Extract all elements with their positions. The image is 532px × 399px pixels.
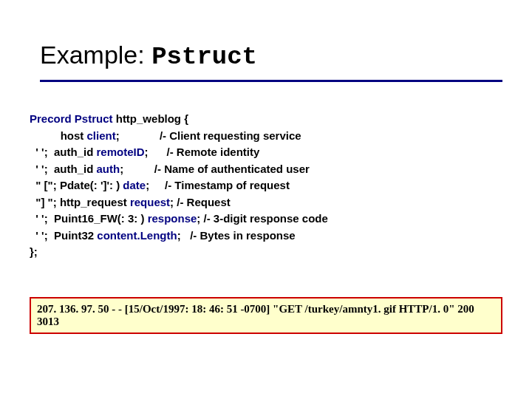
code-text: ; /- Timestamp of request bbox=[146, 179, 290, 191]
field-name: date bbox=[123, 179, 146, 191]
slide: Example: Pstruct Precord Pstruct http_we… bbox=[0, 0, 532, 399]
code-text: ' '; Puint16_FW(: 3: ) bbox=[30, 212, 148, 225]
code-text: " ["; Pdate(: ']': ) bbox=[30, 179, 123, 191]
field-name: content.Length bbox=[97, 229, 177, 242]
code-text: }; bbox=[30, 245, 38, 258]
code-text: ' '; auth_id bbox=[30, 163, 96, 175]
sample-log-text: 207. 136. 97. 50 - - [15/Oct/1997: 18: 4… bbox=[37, 303, 474, 327]
code-text: ; /- Bytes in response bbox=[177, 229, 296, 242]
code-text: ; /- Client requesting service bbox=[116, 129, 301, 142]
code-line: ' '; Puint32 content.Length; /- Bytes in… bbox=[30, 228, 502, 245]
slide-title: Example: Pstruct bbox=[40, 41, 502, 71]
title-area: Example: Pstruct bbox=[40, 41, 502, 82]
field-name: request bbox=[130, 196, 170, 208]
keyword: Precord Pstruct bbox=[30, 112, 113, 125]
code-text: ; /- Name of authenticated user bbox=[120, 163, 310, 175]
code-line: Precord Pstruct http_weblog { bbox=[30, 111, 502, 128]
code-text: host bbox=[30, 129, 87, 142]
code-text: ' '; auth_id bbox=[30, 146, 96, 158]
field-name: response bbox=[148, 212, 197, 225]
title-mono: Pstruct bbox=[151, 43, 257, 71]
code-text: ; /- Request bbox=[170, 196, 231, 208]
code-line: ' '; auth_id remoteID; /- Remote identit… bbox=[30, 144, 502, 161]
field-name: auth bbox=[96, 163, 120, 175]
field-name: client bbox=[87, 129, 116, 142]
code-text: http_weblog { bbox=[113, 112, 189, 125]
code-text: ' '; Puint32 bbox=[30, 229, 97, 242]
sample-log-box: 207. 136. 97. 50 - - [15/Oct/1997: 18: 4… bbox=[30, 297, 502, 334]
code-text: ; /- Remote identity bbox=[145, 146, 260, 158]
field-name: remoteID bbox=[96, 146, 144, 158]
code-line: ' '; auth_id auth; /- Name of authentica… bbox=[30, 161, 502, 178]
code-line: " ["; Pdate(: ']': ) date; /- Timestamp … bbox=[30, 177, 502, 194]
code-line: }; bbox=[30, 244, 502, 261]
code-line: ' '; Puint16_FW(: 3: ) response; /- 3-di… bbox=[30, 211, 502, 228]
code-line: "] "; http_request request; /- Request bbox=[30, 194, 502, 211]
code-text: ; /- 3-digit response code bbox=[197, 212, 328, 225]
code-line: host client; /- Client requesting servic… bbox=[30, 128, 502, 145]
title-prefix: Example: bbox=[40, 41, 151, 69]
code-text: "] "; http_request bbox=[30, 196, 130, 208]
code-block: Precord Pstruct http_weblog { host clien… bbox=[30, 111, 502, 261]
